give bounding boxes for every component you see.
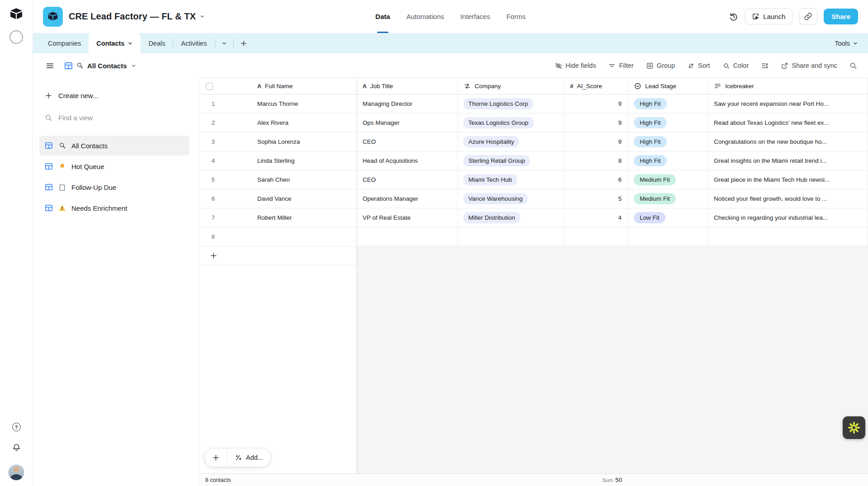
copy-link-icon[interactable] bbox=[799, 8, 817, 25]
views-sidebar-toggle-icon[interactable] bbox=[46, 61, 54, 70]
share-button[interactable]: Share bbox=[824, 9, 858, 24]
row-number[interactable]: 4 bbox=[199, 151, 252, 170]
lead-stage-pill[interactable]: Low Fit bbox=[634, 212, 665, 223]
base-icon[interactable] bbox=[43, 7, 63, 27]
row-number[interactable]: 1 bbox=[199, 94, 252, 113]
sidebar-view-hot-queue[interactable]: Hot Queue bbox=[39, 156, 189, 176]
share-and-sync-button[interactable]: Share and sync bbox=[781, 62, 837, 70]
add-record-button[interactable] bbox=[199, 246, 357, 265]
cell-full-name[interactable]: David Vance bbox=[252, 189, 357, 208]
cell-empty[interactable] bbox=[565, 227, 628, 246]
sort-button[interactable]: Sort bbox=[687, 62, 710, 70]
search-icon[interactable] bbox=[849, 62, 857, 70]
row-number[interactable]: 2 bbox=[199, 113, 252, 132]
cell-icebreaker[interactable]: Noticed your fleet growth, would love to… bbox=[708, 189, 868, 208]
cell-ai-score[interactable]: 6 bbox=[565, 170, 628, 189]
cell-job-title[interactable]: CEO bbox=[357, 170, 458, 189]
find-a-view-input[interactable]: Find a view bbox=[39, 110, 189, 126]
cell-lead-stage[interactable]: Medium Fit bbox=[628, 189, 708, 208]
lead-stage-pill[interactable]: Medium Fit bbox=[634, 193, 676, 204]
cell-ai-score[interactable]: 4 bbox=[565, 208, 628, 227]
checkbox[interactable] bbox=[206, 83, 213, 90]
linked-record-chip[interactable]: Thorne Logistics Corp bbox=[463, 98, 533, 109]
cell-empty[interactable] bbox=[708, 227, 868, 246]
cell-company[interactable]: Thorne Logistics Corp bbox=[458, 94, 565, 113]
group-button[interactable]: Group bbox=[646, 62, 675, 70]
cell-company[interactable]: Texas Logistics Group bbox=[458, 113, 565, 132]
cell-full-name[interactable]: Linda Sterling bbox=[252, 151, 357, 170]
row-number[interactable]: 7 bbox=[199, 208, 252, 227]
add-record-quick-button[interactable] bbox=[205, 448, 227, 467]
cell-ai-score[interactable]: 9 bbox=[565, 94, 628, 113]
cell-company[interactable]: Miami Tech Hub bbox=[458, 170, 565, 189]
table-tab-deals[interactable]: Deals bbox=[141, 33, 173, 53]
linked-record-chip[interactable]: Miller Distribution bbox=[463, 212, 520, 223]
history-icon[interactable] bbox=[729, 12, 738, 21]
create-new-view-button[interactable]: Create new... bbox=[39, 88, 189, 104]
cell-ai-score[interactable]: 5 bbox=[565, 189, 628, 208]
table-tab-contacts[interactable]: Contacts bbox=[89, 33, 141, 53]
filter-button[interactable]: Filter bbox=[608, 62, 633, 70]
column-header-company[interactable]: Company bbox=[458, 78, 565, 94]
view-switcher[interactable]: All Contacts bbox=[64, 62, 137, 70]
cell-job-title[interactable]: Managing Director bbox=[357, 94, 458, 113]
nav-tab-data[interactable]: Data bbox=[375, 0, 390, 33]
cell-company[interactable]: Vance Warehousing bbox=[458, 189, 565, 208]
cell-job-title[interactable]: Ops Manager bbox=[357, 113, 458, 132]
select-all-checkbox[interactable] bbox=[199, 78, 252, 94]
cell-icebreaker[interactable]: Saw your recent expansion near Port Ho..… bbox=[708, 94, 868, 113]
cell-icebreaker[interactable]: Great insights on the Miami retail trend… bbox=[708, 151, 868, 170]
row-number[interactable]: 6 bbox=[199, 189, 252, 208]
cell-job-title[interactable]: CEO bbox=[357, 132, 458, 151]
nav-tab-forms[interactable]: Forms bbox=[506, 0, 526, 33]
column-header-full-name[interactable]: AFull Name bbox=[252, 78, 357, 94]
sidebar-view-needs-enrichment[interactable]: Needs Enrichment bbox=[39, 198, 189, 218]
hide-fields-button[interactable]: Hide fields bbox=[555, 62, 596, 70]
notifications-bell-icon[interactable] bbox=[12, 443, 21, 453]
cell-company[interactable]: Azure Hospitality bbox=[458, 132, 565, 151]
lead-stage-pill[interactable]: High Fit bbox=[634, 155, 667, 166]
cell-lead-stage[interactable]: High Fit bbox=[628, 94, 708, 113]
lead-stage-pill[interactable]: High Fit bbox=[634, 136, 667, 147]
cell-empty[interactable] bbox=[458, 227, 565, 246]
lead-stage-pill[interactable]: High Fit bbox=[634, 98, 667, 109]
lead-stage-pill[interactable]: Medium Fit bbox=[634, 174, 676, 185]
cell-empty[interactable] bbox=[252, 227, 357, 246]
row-number[interactable]: 3 bbox=[199, 132, 252, 151]
launch-button[interactable]: Launch bbox=[745, 9, 793, 24]
cell-icebreaker[interactable]: Congratulations on the new boutique ho..… bbox=[708, 132, 868, 151]
cell-icebreaker[interactable]: Read about Texas Logistics' new fleet ex… bbox=[708, 113, 868, 132]
cell-icebreaker[interactable]: Great piece in the Miami Tech Hub newsl.… bbox=[708, 170, 868, 189]
user-avatar[interactable] bbox=[8, 464, 24, 481]
cell-company[interactable]: Miller Distribution bbox=[458, 208, 565, 227]
cell-full-name[interactable]: Sophia Lorenza bbox=[252, 132, 357, 151]
column-header-job-title[interactable]: AJob Title bbox=[357, 78, 458, 94]
cell-job-title[interactable]: Operations Manager bbox=[357, 189, 458, 208]
cell-lead-stage[interactable]: High Fit bbox=[628, 151, 708, 170]
cell-job-title[interactable]: Head of Acquisitions bbox=[357, 151, 458, 170]
cell-empty[interactable] bbox=[628, 227, 708, 246]
linked-record-chip[interactable]: Sterling Retail Group bbox=[463, 155, 530, 166]
linked-record-chip[interactable]: Miami Tech Hub bbox=[463, 174, 517, 185]
cell-icebreaker[interactable]: Checking in regarding your industrial le… bbox=[708, 208, 868, 227]
cell-job-title[interactable]: VP of Real Estate bbox=[357, 208, 458, 227]
support-widget-button[interactable] bbox=[843, 416, 865, 439]
column-header-lead-stage[interactable]: Lead Stage bbox=[628, 78, 708, 94]
expand-tabs-chevron-icon[interactable] bbox=[215, 33, 233, 53]
airtable-logo-icon[interactable] bbox=[9, 8, 24, 21]
cell-full-name[interactable]: Sarah Chen bbox=[252, 170, 357, 189]
tools-menu[interactable]: Tools bbox=[825, 33, 868, 53]
color-button[interactable]: Color bbox=[722, 62, 749, 70]
linked-record-chip[interactable]: Vance Warehousing bbox=[463, 193, 528, 204]
cell-full-name[interactable]: Alex Rivera bbox=[252, 113, 357, 132]
base-title[interactable]: CRE Lead Factory — FL & TX bbox=[69, 11, 196, 22]
cell-ai-score[interactable]: 8 bbox=[565, 151, 628, 170]
row-number[interactable]: 5 bbox=[199, 170, 252, 189]
cell-lead-stage[interactable]: Medium Fit bbox=[628, 170, 708, 189]
sum-summary[interactable]: Sum50 bbox=[565, 477, 628, 483]
cell-lead-stage[interactable]: High Fit bbox=[628, 113, 708, 132]
cell-lead-stage[interactable]: Low Fit bbox=[628, 208, 708, 227]
cell-full-name[interactable]: Robert Miller bbox=[252, 208, 357, 227]
column-header-ai-score[interactable]: #AI_Score bbox=[565, 78, 628, 94]
add-table-button[interactable] bbox=[234, 33, 254, 53]
